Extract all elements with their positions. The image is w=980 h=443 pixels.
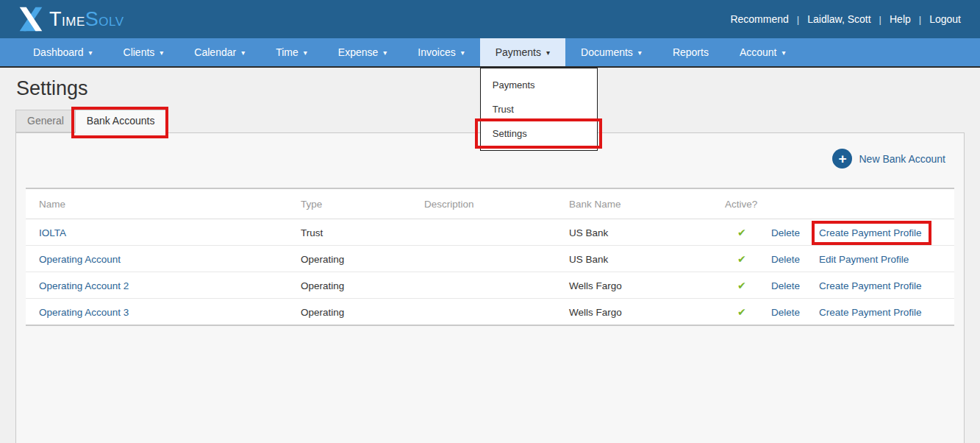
delete-link[interactable]: Delete [771, 280, 800, 291]
nav-item-label: Calendar [194, 46, 236, 58]
chevron-down-icon: ▾ [461, 49, 465, 57]
column-header-bank-name: Bank Name [556, 188, 712, 219]
nav-item-calendar[interactable]: Calendar ▾ [179, 38, 260, 66]
topbar: TimeSolv Recommend|Laidlaw, Scott|Help|L… [0, 0, 980, 38]
dropdown-item-payments[interactable]: Payments [481, 73, 597, 97]
nav-item-expense[interactable]: Expense ▾ [323, 38, 403, 66]
nav-item-label: Expense [338, 46, 378, 58]
bank-name-cell: Wells Fargo [556, 272, 712, 299]
nav-item-label: Time [276, 46, 298, 58]
chevron-down-icon: ▾ [89, 49, 93, 57]
account-description-cell [411, 299, 556, 326]
nav-item-label: Payments [496, 46, 541, 58]
bank-name-cell: US Bank [556, 219, 712, 246]
account-name-link[interactable]: Operating Account 3 [39, 307, 129, 318]
nav-item-label: Dashboard [33, 46, 84, 58]
chevron-down-icon: ▾ [304, 49, 307, 57]
table-header-row: NameTypeDescriptionBank NameActive? [26, 188, 954, 219]
topbar-separator: | [919, 14, 921, 25]
active-check-icon: ✔ [737, 227, 746, 238]
nav-item-time[interactable]: Time ▾ [260, 38, 323, 66]
topbar-separator: | [797, 14, 799, 25]
nav-item-dashboard[interactable]: Dashboard ▾ [18, 38, 108, 66]
topbar-link-laidlaw-scott[interactable]: Laidlaw, Scott [807, 13, 870, 25]
account-description-cell [411, 272, 556, 299]
chevron-down-icon: ▾ [241, 49, 245, 57]
account-description-cell [411, 246, 556, 272]
account-type-cell: Trust [287, 219, 411, 246]
chevron-down-icon: ▾ [546, 49, 550, 57]
topbar-link-help[interactable]: Help [890, 13, 911, 25]
hourglass-logo-icon [18, 6, 44, 32]
payment-profile-link[interactable]: Edit Payment Profile [819, 254, 909, 265]
column-header [758, 188, 806, 219]
active-check-icon: ✔ [737, 253, 746, 265]
bank-name-cell: Wells Fargo [556, 299, 712, 326]
account-name-link[interactable]: IOLTA [39, 227, 66, 238]
tab-general[interactable]: General [15, 110, 75, 132]
topbar-link-recommend[interactable]: Recommend [730, 13, 788, 25]
table-row: Operating Account 2 Operating Wells Farg… [26, 272, 954, 299]
nav-item-label: Account [740, 46, 777, 58]
active-check-icon: ✔ [737, 306, 746, 318]
active-check-icon: ✔ [737, 280, 746, 291]
topbar-link-logout[interactable]: Logout [929, 13, 961, 25]
table-body: IOLTA Trust US Bank ✔ Delete Create Paym… [26, 219, 954, 326]
bank-accounts-table: NameTypeDescriptionBank NameActive? IOLT… [26, 188, 954, 326]
main-nav: Dashboard ▾ Clients ▾ Calendar ▾ Time ▾ … [0, 38, 980, 68]
payment-profile-link[interactable]: Create Payment Profile [819, 227, 922, 238]
tab-label: Bank Accounts [87, 115, 155, 127]
plus-icon: + [832, 149, 852, 169]
timesolv-logo[interactable]: TimeSolv [18, 6, 124, 32]
bank-name-cell: US Bank [556, 246, 712, 272]
account-type-cell: Operating [287, 299, 411, 326]
dropdown-item-settings[interactable]: Settings [481, 121, 597, 146]
delete-link[interactable]: Delete [771, 227, 800, 238]
tab-bank-accounts[interactable]: Bank Accounts [75, 110, 167, 133]
column-header-active: Active? [712, 188, 758, 219]
chevron-down-icon: ▾ [638, 49, 642, 57]
tab-label: General [27, 115, 64, 127]
nav-item-account[interactable]: Account ▾ [724, 38, 801, 66]
account-type-cell: Operating [287, 246, 411, 272]
nav-item-payments[interactable]: Payments ▾ PaymentsTrustSettings [480, 38, 565, 66]
payments-dropdown-menu: PaymentsTrustSettings [480, 68, 598, 151]
account-type-cell: Operating [287, 272, 411, 299]
dropdown-item-trust[interactable]: Trust [481, 97, 597, 121]
nav-item-label: Documents [581, 46, 633, 58]
delete-link[interactable]: Delete [771, 254, 800, 265]
account-description-cell [411, 219, 556, 246]
delete-link[interactable]: Delete [771, 307, 800, 318]
nav-item-invoices[interactable]: Invoices ▾ [402, 38, 479, 66]
new-bank-account-button[interactable]: + New Bank Account [832, 149, 945, 169]
nav-item-documents[interactable]: Documents ▾ [565, 38, 657, 66]
chevron-down-icon: ▾ [383, 49, 387, 57]
nav-item-label: Clients [124, 46, 155, 58]
account-name-link[interactable]: Operating Account 2 [39, 280, 129, 291]
topbar-links: Recommend|Laidlaw, Scott|Help|Logout [730, 13, 961, 25]
nav-item-label: Reports [673, 46, 709, 58]
nav-item-label: Invoices [418, 46, 455, 58]
column-header-type: Type [287, 188, 411, 219]
payment-profile-link[interactable]: Create Payment Profile [819, 280, 922, 291]
column-header-name: Name [26, 188, 287, 219]
payment-profile-link[interactable]: Create Payment Profile [819, 307, 922, 318]
table-row: Operating Account 3 Operating Wells Farg… [26, 299, 954, 326]
column-header-description: Description [411, 188, 556, 219]
red-highlight-box [475, 118, 602, 149]
nav-item-reports[interactable]: Reports [657, 38, 724, 66]
account-name-link[interactable]: Operating Account [39, 254, 121, 265]
chevron-down-icon: ▾ [782, 49, 786, 57]
topbar-separator: | [879, 14, 881, 25]
chevron-down-icon: ▾ [160, 49, 163, 57]
new-bank-account-label: New Bank Account [859, 153, 945, 165]
table-row: Operating Account Operating US Bank ✔ De… [26, 246, 954, 272]
nav-item-clients[interactable]: Clients ▾ [108, 38, 179, 66]
bank-accounts-panel: + New Bank Account NameTypeDescriptionBa… [15, 132, 965, 443]
column-header [806, 188, 954, 219]
table-row: IOLTA Trust US Bank ✔ Delete Create Paym… [26, 219, 954, 246]
logo-text: TimeSolv [49, 8, 124, 31]
